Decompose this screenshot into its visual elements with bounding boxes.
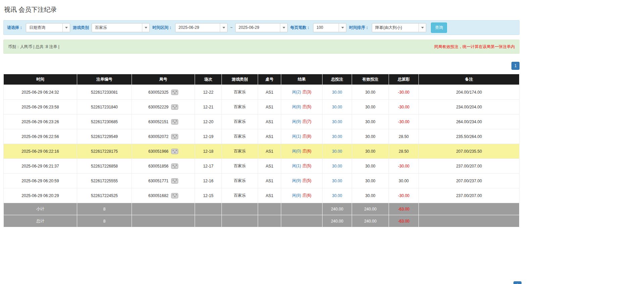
date-range-separator: ~ — [230, 25, 233, 30]
cell-total-bet: 30.00 — [323, 100, 352, 114]
table-row: 2025-06-29 06:22:56 522617229549 6300520… — [4, 129, 519, 144]
total-bet-link[interactable]: 30.00 — [332, 193, 342, 198]
cell-game-type: 百家乐 — [222, 114, 258, 129]
cell-table-number: AS1 — [258, 100, 281, 114]
total-payout: -63.00 — [389, 215, 419, 227]
chevron-down-icon[interactable] — [280, 23, 287, 32]
total-bet-link[interactable]: 30.00 — [332, 105, 342, 109]
cell-payout: 30.00 — [389, 174, 419, 188]
round-detail-dice-icon[interactable] — [171, 104, 178, 110]
cell-valid-bet: 30.00 — [352, 159, 389, 174]
total-count: 8 — [77, 215, 132, 227]
query-type-value: 日期查询 — [26, 23, 62, 32]
result-player: 闲(2) — [292, 90, 301, 94]
column-header: 备注 — [419, 74, 519, 85]
cell-table-number: AS1 — [258, 174, 281, 188]
cell-table-number: AS1 — [258, 144, 281, 159]
chevron-down-icon[interactable] — [62, 23, 70, 32]
cell-bet-number: 522617225555 — [77, 174, 132, 188]
cell-remark: 207.00/235.50 — [419, 144, 519, 159]
table-body: 2025-06-29 06:24:32 522617233081 6300523… — [4, 85, 519, 203]
chevron-down-icon[interactable] — [339, 23, 346, 32]
round-detail-dice-icon[interactable] — [171, 134, 178, 139]
cell-payout: 28.50 — [389, 144, 419, 159]
chevron-down-icon[interactable] — [220, 23, 227, 32]
cell-remark: 264.00/234.00 — [419, 114, 519, 129]
cell-bet-number: 522617233081 — [77, 85, 132, 100]
total-bet-link[interactable]: 30.00 — [332, 90, 342, 95]
page-button-1[interactable]: 1 — [511, 62, 519, 70]
result-banker: 庄(3) — [302, 90, 311, 94]
subtotal-label: 小计 — [4, 203, 77, 215]
cell-time: 2025-06-29 06:23:58 — [4, 100, 77, 114]
cell-result: 闲(8)庄(6) — [281, 188, 323, 203]
round-detail-dice-icon[interactable] — [171, 178, 178, 184]
cell-payout: -30.00 — [389, 114, 419, 129]
cell-result: 闲(9)庄(5) — [281, 174, 323, 188]
cell-round-number: 630051966 — [132, 144, 195, 159]
column-header: 场次 — [195, 74, 222, 85]
total-bet-link[interactable]: 30.00 — [332, 179, 342, 183]
total-bet-link[interactable]: 30.00 — [332, 149, 342, 154]
column-header: 总投注 — [323, 74, 352, 85]
date-to-select[interactable]: 2025-06-29 — [235, 23, 288, 32]
column-header: 结果 — [281, 74, 323, 85]
cell-round-number: 630052151 — [132, 114, 195, 129]
cell-session: 12-18 — [195, 144, 222, 159]
chevron-down-icon[interactable] — [418, 23, 426, 32]
table-row: 2025-06-29 06:23:26 522617230685 6300521… — [4, 114, 519, 129]
time-sort-select[interactable]: 降幂(由大到小) — [372, 23, 426, 32]
round-detail-dice-icon[interactable] — [171, 163, 178, 169]
filter-label-game-type: 游戏类别 — [73, 25, 89, 31]
total-bet-link[interactable]: 30.00 — [332, 120, 342, 124]
result-banker: 庄(8) — [302, 134, 311, 139]
cell-result: 闲(0)庄(6) — [281, 144, 323, 159]
cell-session: 12-16 — [195, 174, 222, 188]
cell-result: 闲(8)庄(5) — [281, 100, 323, 114]
round-detail-dice-icon[interactable] — [171, 193, 178, 198]
cell-total-bet: 30.00 — [323, 188, 352, 203]
result-player: 闲(1) — [292, 163, 301, 168]
subtotal-valid-bet: 240.00 — [352, 203, 389, 215]
cell-table-number: AS1 — [258, 159, 281, 174]
chevron-down-icon[interactable] — [142, 23, 149, 32]
total-bet-link[interactable]: 30.00 — [332, 164, 342, 169]
table-row: 2025-06-29 06:20:59 522617225555 6300517… — [4, 174, 519, 188]
cell-bet-number: 522617231840 — [77, 100, 132, 114]
column-header: 时间 — [4, 74, 77, 85]
cell-payout: -30.00 — [389, 100, 419, 114]
cell-remark: 204.00/174.00 — [419, 85, 519, 100]
round-detail-dice-icon[interactable] — [171, 90, 178, 95]
subtotal-total-bet: 240.00 — [323, 203, 352, 215]
per-page-select[interactable]: 100 — [313, 23, 346, 32]
round-detail-dice-icon[interactable] — [171, 119, 178, 125]
cell-result: 闲(1)庄(8) — [281, 129, 323, 144]
subtotal-payout: -63.00 — [389, 203, 419, 215]
query-type-select[interactable]: 日期查询 — [26, 23, 70, 32]
currency-summary-text: 币别：人民币 | 总共 :8 注单 | — [8, 44, 59, 50]
cell-bet-number: 522617224525 — [77, 188, 132, 203]
table-row: 2025-06-29 06:24:32 522617233081 6300523… — [4, 85, 519, 100]
cell-remark: 237.00/207.00 — [419, 159, 519, 174]
date-from-select[interactable]: 2025-06-29 — [175, 23, 228, 32]
search-button[interactable]: 查询 — [431, 22, 447, 33]
cell-time: 2025-06-29 06:22:16 — [4, 144, 77, 159]
result-player: 闲(8) — [292, 104, 301, 109]
result-banker: 庄(5) — [302, 163, 311, 168]
date-from-value: 2025-06-29 — [176, 23, 220, 32]
page-button-1-bottom[interactable]: 1 — [513, 281, 522, 284]
round-detail-dice-icon[interactable] — [171, 149, 178, 154]
notice-text: 同局有效投注，统一计算在该局第一张注单内 — [434, 44, 515, 50]
table-header-row: 时间注单编号局号场次游戏类别桌号结果总投注有效投注总派彩备注 — [4, 74, 519, 85]
cell-round-number: 630051856 — [132, 159, 195, 174]
cell-round-number: 630052325 — [132, 85, 195, 100]
subtotal-count: 8 — [77, 203, 132, 215]
cell-payout: -30.00 — [389, 85, 419, 100]
total-bet-link[interactable]: 30.00 — [332, 134, 342, 139]
page: 视讯 会员下注纪录 请选择： 日期查询 游戏类别 百家乐 时间区间： 2025-… — [0, 0, 519, 227]
cell-valid-bet: 30.00 — [352, 129, 389, 144]
filter-bar: 请选择： 日期查询 游戏类别 百家乐 时间区间： 2025-06-29 ~ 20… — [3, 20, 519, 35]
cell-session: 12-17 — [195, 159, 222, 174]
cell-remark: 207.00/237.00 — [419, 174, 519, 188]
game-type-select[interactable]: 百家乐 — [92, 23, 150, 32]
